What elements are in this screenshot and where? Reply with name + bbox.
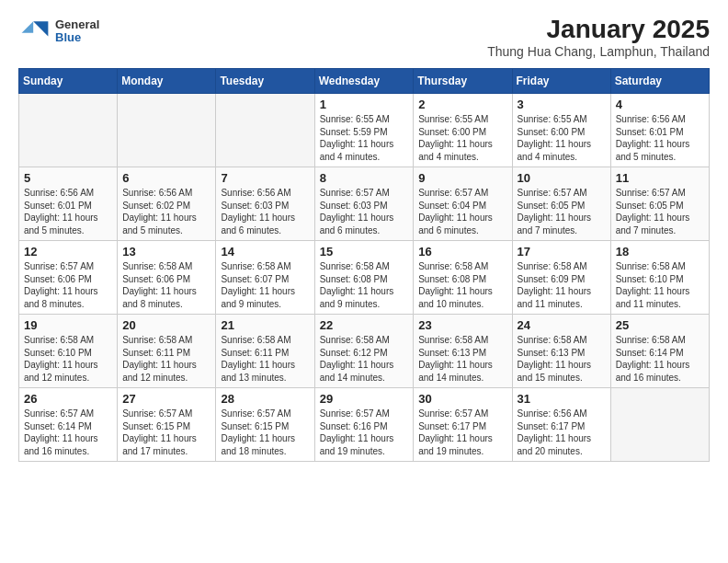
day-info: Sunrise: 6:56 AMSunset: 6:03 PMDaylight:… [221, 187, 309, 236]
calendar-week-row: 19Sunrise: 6:58 AMSunset: 6:10 PMDayligh… [19, 315, 710, 388]
calendar-day-cell: 1Sunrise: 6:55 AMSunset: 5:59 PMDaylight… [314, 94, 414, 167]
calendar-day-cell: 8Sunrise: 6:57 AMSunset: 6:03 PMDaylight… [314, 167, 414, 241]
day-info: Sunrise: 6:58 AMSunset: 6:07 PMDaylight:… [221, 260, 309, 310]
location: Thung Hua Chang, Lamphun, Thailand [487, 44, 710, 59]
day-info: Sunrise: 6:58 AMSunset: 6:09 PMDaylight:… [518, 260, 606, 310]
day-info: Sunrise: 6:58 AMSunset: 6:06 PMDaylight:… [122, 260, 210, 310]
day-info: Sunrise: 6:56 AMSunset: 6:02 PMDaylight:… [122, 187, 210, 236]
day-info: Sunrise: 6:58 AMSunset: 6:13 PMDaylight:… [518, 334, 606, 384]
day-info: Sunrise: 6:55 AMSunset: 5:59 PMDaylight:… [320, 113, 409, 163]
calendar-day-cell: 6Sunrise: 6:56 AMSunset: 6:02 PMDaylight… [118, 167, 216, 241]
calendar-day-cell: 18Sunrise: 6:58 AMSunset: 6:10 PMDayligh… [610, 241, 709, 315]
calendar-day-cell: 28Sunrise: 6:57 AMSunset: 6:15 PMDayligh… [216, 388, 314, 462]
calendar-day-cell [610, 388, 709, 462]
day-number: 5 [24, 171, 112, 185]
title-block: January 2025 Thung Hua Chang, Lamphun, T… [487, 15, 710, 59]
svg-marker-1 [22, 21, 34, 33]
logo-general: General [55, 18, 99, 31]
calendar-day-cell: 24Sunrise: 6:58 AMSunset: 6:13 PMDayligh… [512, 315, 610, 388]
day-number: 26 [24, 392, 112, 406]
logo-text: General Blue [55, 18, 99, 45]
calendar-day-cell [118, 94, 216, 167]
calendar-day-header: Wednesday [314, 69, 414, 94]
day-number: 31 [518, 392, 606, 406]
day-number: 8 [320, 171, 409, 185]
calendar-week-row: 5Sunrise: 6:56 AMSunset: 6:01 PMDaylight… [19, 167, 710, 241]
calendar-day-cell [19, 94, 118, 167]
day-number: 11 [616, 171, 704, 185]
calendar-day-cell: 20Sunrise: 6:58 AMSunset: 6:11 PMDayligh… [118, 315, 216, 388]
day-info: Sunrise: 6:58 AMSunset: 6:10 PMDaylight:… [24, 334, 112, 384]
calendar-day-cell: 9Sunrise: 6:57 AMSunset: 6:04 PMDaylight… [414, 167, 512, 241]
calendar-day-cell: 23Sunrise: 6:58 AMSunset: 6:13 PMDayligh… [414, 315, 512, 388]
day-number: 3 [518, 98, 606, 111]
logo-icon [18, 15, 51, 48]
calendar-week-row: 12Sunrise: 6:57 AMSunset: 6:06 PMDayligh… [19, 241, 710, 315]
day-number: 7 [221, 171, 309, 185]
calendar-day-cell: 19Sunrise: 6:58 AMSunset: 6:10 PMDayligh… [19, 315, 118, 388]
calendar-week-row: 26Sunrise: 6:57 AMSunset: 6:14 PMDayligh… [19, 388, 710, 462]
day-info: Sunrise: 6:57 AMSunset: 6:14 PMDaylight:… [24, 408, 112, 457]
calendar-day-cell: 11Sunrise: 6:57 AMSunset: 6:05 PMDayligh… [610, 167, 709, 241]
calendar-day-header: Thursday [414, 69, 512, 94]
day-info: Sunrise: 6:57 AMSunset: 6:17 PMDaylight:… [418, 408, 506, 457]
day-info: Sunrise: 6:56 AMSunset: 6:17 PMDaylight:… [518, 408, 606, 457]
calendar-day-cell: 17Sunrise: 6:58 AMSunset: 6:09 PMDayligh… [512, 241, 610, 315]
calendar-day-cell: 7Sunrise: 6:56 AMSunset: 6:03 PMDaylight… [216, 167, 314, 241]
calendar-day-cell: 16Sunrise: 6:58 AMSunset: 6:08 PMDayligh… [414, 241, 512, 315]
day-number: 13 [122, 245, 210, 259]
day-number: 6 [122, 171, 210, 185]
calendar-day-cell: 14Sunrise: 6:58 AMSunset: 6:07 PMDayligh… [216, 241, 314, 315]
calendar-day-cell: 12Sunrise: 6:57 AMSunset: 6:06 PMDayligh… [19, 241, 118, 315]
logo-blue: Blue [55, 31, 99, 44]
month-year: January 2025 [487, 15, 710, 44]
day-info: Sunrise: 6:55 AMSunset: 6:00 PMDaylight:… [418, 113, 506, 163]
calendar: SundayMondayTuesdayWednesdayThursdayFrid… [18, 68, 710, 462]
day-info: Sunrise: 6:58 AMSunset: 6:11 PMDaylight:… [122, 334, 210, 384]
calendar-header-row: SundayMondayTuesdayWednesdayThursdayFrid… [19, 69, 710, 94]
day-info: Sunrise: 6:58 AMSunset: 6:12 PMDaylight:… [320, 334, 409, 384]
day-info: Sunrise: 6:58 AMSunset: 6:08 PMDaylight:… [418, 260, 506, 310]
calendar-day-cell: 27Sunrise: 6:57 AMSunset: 6:15 PMDayligh… [118, 388, 216, 462]
calendar-day-header: Saturday [610, 69, 709, 94]
day-info: Sunrise: 6:56 AMSunset: 6:01 PMDaylight:… [616, 113, 704, 163]
day-number: 28 [221, 392, 309, 406]
day-info: Sunrise: 6:57 AMSunset: 6:04 PMDaylight:… [418, 187, 506, 236]
day-info: Sunrise: 6:57 AMSunset: 6:05 PMDaylight:… [518, 187, 606, 236]
day-info: Sunrise: 6:58 AMSunset: 6:13 PMDaylight:… [418, 334, 506, 384]
logo: General Blue [18, 15, 99, 48]
calendar-day-cell: 15Sunrise: 6:58 AMSunset: 6:08 PMDayligh… [314, 241, 414, 315]
day-number: 10 [518, 171, 606, 185]
calendar-day-cell: 5Sunrise: 6:56 AMSunset: 6:01 PMDaylight… [19, 167, 118, 241]
calendar-day-cell [216, 94, 314, 167]
calendar-day-cell: 25Sunrise: 6:58 AMSunset: 6:14 PMDayligh… [610, 315, 709, 388]
day-number: 12 [24, 245, 112, 259]
day-number: 14 [221, 245, 309, 259]
calendar-day-cell: 31Sunrise: 6:56 AMSunset: 6:17 PMDayligh… [512, 388, 610, 462]
day-info: Sunrise: 6:57 AMSunset: 6:16 PMDaylight:… [320, 408, 409, 457]
day-number: 20 [122, 318, 210, 332]
day-info: Sunrise: 6:55 AMSunset: 6:00 PMDaylight:… [518, 113, 606, 163]
day-info: Sunrise: 6:57 AMSunset: 6:03 PMDaylight:… [320, 187, 409, 236]
calendar-day-cell: 26Sunrise: 6:57 AMSunset: 6:14 PMDayligh… [19, 388, 118, 462]
day-number: 9 [418, 171, 506, 185]
day-number: 4 [616, 98, 704, 111]
day-info: Sunrise: 6:58 AMSunset: 6:14 PMDaylight:… [616, 334, 704, 384]
day-info: Sunrise: 6:57 AMSunset: 6:05 PMDaylight:… [616, 187, 704, 236]
day-number: 21 [221, 318, 309, 332]
day-number: 29 [320, 392, 409, 406]
day-info: Sunrise: 6:58 AMSunset: 6:10 PMDaylight:… [616, 260, 704, 310]
day-number: 16 [418, 245, 506, 259]
calendar-day-cell: 22Sunrise: 6:58 AMSunset: 6:12 PMDayligh… [314, 315, 414, 388]
calendar-day-cell: 4Sunrise: 6:56 AMSunset: 6:01 PMDaylight… [610, 94, 709, 167]
day-number: 18 [616, 245, 704, 259]
day-info: Sunrise: 6:57 AMSunset: 6:15 PMDaylight:… [122, 408, 210, 457]
day-number: 2 [418, 98, 506, 111]
page-header: General Blue January 2025 Thung Hua Chan… [18, 15, 710, 59]
calendar-day-header: Friday [512, 69, 610, 94]
calendar-day-cell: 30Sunrise: 6:57 AMSunset: 6:17 PMDayligh… [414, 388, 512, 462]
day-info: Sunrise: 6:58 AMSunset: 6:11 PMDaylight:… [221, 334, 309, 384]
calendar-day-header: Tuesday [216, 69, 314, 94]
day-number: 23 [418, 318, 506, 332]
calendar-day-cell: 2Sunrise: 6:55 AMSunset: 6:00 PMDaylight… [414, 94, 512, 167]
